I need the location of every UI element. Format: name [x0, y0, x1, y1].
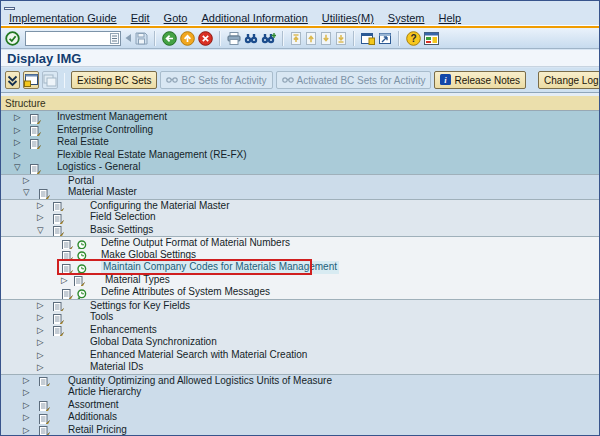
- activated-bc-sets-for-activity-button[interactable]: Activated BC Sets for Activity: [276, 71, 432, 89]
- tree-item[interactable]: Define Output Format of Material Numbers: [1, 236, 599, 249]
- change-log-button[interactable]: Change Log: [538, 71, 600, 89]
- tree-item[interactable]: ▷ Settings for Key Fields: [1, 299, 599, 312]
- tree-item-label[interactable]: Flexible Real Estate Management (RE-FX): [57, 149, 247, 162]
- hide-command-field-icon[interactable]: [124, 33, 132, 43]
- tree-item-label[interactable]: Article Hierarchy: [68, 386, 141, 399]
- tree-item-label[interactable]: Enterprise Controlling: [57, 124, 153, 137]
- expand-arrow-icon[interactable]: ▷: [37, 301, 44, 310]
- expand-arrow-icon[interactable]: ▷: [37, 338, 44, 347]
- last-page-button[interactable]: [335, 32, 347, 45]
- find-next-button[interactable]: [261, 32, 276, 44]
- tree-item[interactable]: ▽ Logistics - General: [1, 161, 599, 174]
- menu-additional-information[interactable]: Additional Information: [201, 12, 307, 24]
- first-page-button[interactable]: [290, 32, 302, 45]
- menu-implementation-guide[interactable]: Implementation Guide: [9, 12, 117, 24]
- tree-item-label[interactable]: Field Selection: [90, 211, 156, 224]
- print-button[interactable]: [227, 32, 241, 45]
- enter-button[interactable]: [5, 31, 20, 46]
- expand-arrow-icon[interactable]: ▷: [14, 138, 21, 147]
- expand-arrow-icon[interactable]: ▷: [14, 151, 21, 160]
- expand-arrow-icon[interactable]: ▷: [23, 426, 30, 435]
- expand-arrow-icon[interactable]: ▽: [23, 188, 30, 197]
- menu-edit[interactable]: Edit: [131, 12, 150, 24]
- tree-item[interactable]: ▷ Quantity Optimizing and Allowed Logist…: [1, 374, 599, 387]
- menu-system[interactable]: System: [388, 12, 425, 24]
- back-button[interactable]: [162, 31, 177, 46]
- create-shortcut-button[interactable]: [378, 32, 392, 45]
- tree-item-label[interactable]: Investment Management: [57, 111, 167, 124]
- existing-bc-sets-button[interactable]: Existing BC Sets: [71, 71, 157, 89]
- tree-item[interactable]: ▷ Retail Pricing: [1, 424, 599, 436]
- tree-item-label[interactable]: Real Estate: [57, 136, 109, 149]
- expand-arrow-icon[interactable]: ▷: [37, 313, 44, 322]
- tree-item[interactable]: ▽ Basic Settings: [1, 224, 599, 237]
- tree-item-label[interactable]: Enhancements: [90, 324, 157, 337]
- tree-item-label[interactable]: Maintain Company Codes for Materials Man…: [101, 261, 339, 274]
- tree-item-label[interactable]: Tools: [90, 311, 113, 324]
- next-page-button[interactable]: [320, 32, 332, 45]
- tree-item[interactable]: ▷ Flexible Real Estate Management (RE-FX…: [1, 149, 599, 162]
- expand-arrow-icon[interactable]: ▷: [23, 376, 30, 385]
- command-history-icon[interactable]: [110, 33, 120, 44]
- help-button[interactable]: ?: [406, 31, 421, 46]
- expand-arrow-icon[interactable]: ▷: [37, 363, 44, 372]
- tree-item-label[interactable]: Make Global Settings: [101, 249, 196, 262]
- menu-help[interactable]: Help: [439, 12, 462, 24]
- tree-item-label[interactable]: Basic Settings: [90, 224, 153, 237]
- menu-utilities[interactable]: Utilities(M): [322, 12, 374, 24]
- tree-item[interactable]: Make Global Settings: [1, 249, 599, 262]
- expand-node-button[interactable]: [5, 71, 20, 89]
- tree-item-label[interactable]: Material Types: [105, 274, 170, 287]
- copy-nodes-button[interactable]: [42, 71, 58, 89]
- exit-button[interactable]: [180, 31, 195, 46]
- release-notes-button[interactable]: i Release Notes: [434, 71, 526, 89]
- tree-item-label[interactable]: Material IDs: [90, 361, 143, 374]
- tree-item[interactable]: ▷ Enhanced Material Search with Material…: [1, 349, 599, 362]
- tree-item[interactable]: ▷ Assortment: [1, 399, 599, 412]
- tree-item[interactable]: ▷ Material Types: [1, 274, 599, 287]
- tree-item[interactable]: ▷ Material IDs: [1, 361, 599, 374]
- tree-item-label[interactable]: Global Data Synchronization: [90, 336, 217, 349]
- tree-item[interactable]: Define Attributes of System Messages: [1, 286, 599, 299]
- tree-item-label[interactable]: Logistics - General: [57, 161, 140, 174]
- menu-goto[interactable]: Goto: [164, 12, 188, 24]
- expand-arrow-icon[interactable]: ▷: [23, 388, 30, 397]
- expand-arrow-icon[interactable]: ▷: [23, 413, 30, 422]
- customize-layout-button[interactable]: [424, 32, 439, 45]
- tree-item[interactable]: ▷ Tools: [1, 311, 599, 324]
- save-button[interactable]: [135, 32, 148, 45]
- tree-item-label[interactable]: Additionals: [68, 411, 117, 424]
- tree-item[interactable]: ▷ Configuring the Material Master: [1, 199, 599, 212]
- command-input[interactable]: [26, 33, 110, 44]
- tree-item-label[interactable]: Enhanced Material Search with Material C…: [90, 349, 307, 362]
- bc-sets-for-activity-button[interactable]: BC Sets for Activity: [160, 71, 272, 89]
- tree-item[interactable]: ▷ Real Estate: [1, 136, 599, 149]
- find-button[interactable]: [244, 32, 258, 44]
- tree-item-label[interactable]: Assortment: [68, 399, 119, 412]
- tree-item-label[interactable]: Material Master: [68, 186, 137, 199]
- expand-arrow-icon[interactable]: ▷: [14, 113, 21, 122]
- position-button[interactable]: [23, 71, 39, 89]
- tree-item-label[interactable]: Define Attributes of System Messages: [101, 286, 270, 299]
- tree-item[interactable]: ▷ Field Selection: [1, 211, 599, 224]
- tree-item[interactable]: ▷ Enhancements: [1, 324, 599, 337]
- tree-item[interactable]: ▷ Portal: [1, 174, 599, 187]
- previous-page-button[interactable]: [305, 32, 317, 45]
- cancel-button[interactable]: [198, 31, 213, 46]
- expand-arrow-icon[interactable]: ▷: [23, 401, 30, 410]
- tree-item[interactable]: ▷ Investment Management: [1, 111, 599, 124]
- tree-item-label[interactable]: Retail Pricing: [68, 424, 127, 436]
- expand-arrow-icon[interactable]: ▽: [14, 163, 21, 172]
- expand-arrow-icon[interactable]: ▽: [37, 226, 44, 235]
- tree-item[interactable]: Maintain Company Codes for Materials Man…: [1, 261, 599, 274]
- expand-arrow-icon[interactable]: ▷: [37, 213, 44, 222]
- expand-arrow-icon[interactable]: ▷: [37, 201, 44, 210]
- expand-arrow-icon[interactable]: ▷: [14, 126, 21, 135]
- expand-arrow-icon[interactable]: ▷: [37, 351, 44, 360]
- tree-item[interactable]: ▷ Article Hierarchy: [1, 386, 599, 399]
- tree-item[interactable]: ▽ Material Master: [1, 186, 599, 199]
- tree-item[interactable]: ▷ Global Data Synchronization: [1, 336, 599, 349]
- tree-item[interactable]: ▷ Additionals: [1, 411, 599, 424]
- expand-arrow-icon[interactable]: ▷: [61, 276, 68, 285]
- expand-arrow-icon[interactable]: ▷: [37, 326, 44, 335]
